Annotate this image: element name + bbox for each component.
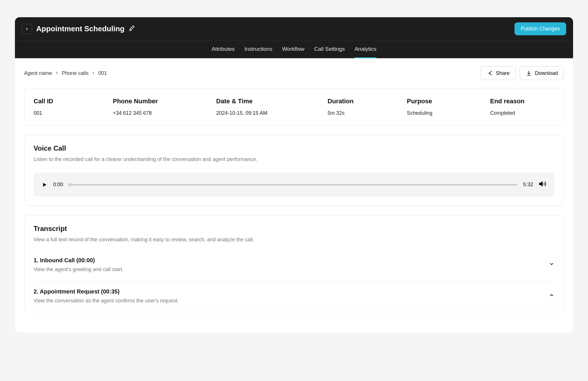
purpose-label: Purpose (407, 98, 483, 105)
play-icon (42, 182, 47, 188)
seek-track[interactable] (69, 184, 517, 186)
volume-icon (539, 180, 546, 188)
voice-call-card: Voice Call Listen to the recorded call f… (24, 135, 564, 206)
phone-label: Phone Number (113, 98, 209, 105)
transcript-card: Transcript View a full text record of th… (24, 215, 564, 312)
actions: Share Download (481, 66, 564, 80)
breadcrumb-level2[interactable]: Phone calls (62, 70, 88, 76)
tab-instructions[interactable]: Instructions (244, 41, 272, 58)
edit-icon[interactable] (129, 25, 135, 33)
total-time: 5:32 (523, 182, 533, 188)
app-shell: Appointment Scheduling Publish Changes A… (15, 17, 573, 333)
transcript-item-body: 1. Inbound Call (00:00) View the agent's… (34, 257, 123, 273)
breadcrumb: Agent name Phone calls 001 (24, 70, 107, 76)
transcript-title: Transcript (34, 225, 554, 233)
transcript-desc: View a full text record of the conversat… (34, 237, 554, 243)
purpose-col: Purpose Scheduling (407, 98, 483, 116)
play-button[interactable] (42, 182, 47, 188)
tab-workflow[interactable]: Workflow (282, 41, 304, 58)
download-button[interactable]: Download (520, 66, 564, 80)
page-title: Appointment Scheduling (36, 24, 125, 33)
transcript-item-desc: View the agent's greeting and call start… (34, 267, 123, 273)
share-label: Share (496, 70, 510, 76)
subhead: Agent name Phone calls 001 Share Downloa… (24, 66, 564, 80)
voice-desc: Listen to the recorded call for a cleare… (34, 156, 554, 162)
transcript-item-title: 2. Appointment Request (00:35) (34, 288, 179, 295)
topbar: Appointment Scheduling Publish Changes (15, 17, 573, 40)
end-col: End reason Completed (490, 98, 554, 116)
volume-button[interactable] (539, 180, 546, 189)
expand-toggle[interactable] (549, 261, 554, 268)
transcript-item-title: 1. Inbound Call (00:00) (34, 257, 123, 264)
back-button[interactable] (22, 24, 32, 34)
phone-col: Phone Number +34 612 345 678 (113, 98, 209, 116)
download-label: Download (535, 70, 558, 76)
transcript-item[interactable]: 2. Appointment Request (00:35) View the … (34, 281, 554, 312)
share-button[interactable]: Share (481, 66, 516, 80)
tab-attributes[interactable]: Attributes (212, 41, 235, 58)
share-icon (487, 70, 493, 76)
breadcrumb-level1[interactable]: Agent name (24, 70, 52, 76)
chevron-right-icon (55, 70, 59, 76)
transcript-list: 1. Inbound Call (00:00) View the agent's… (34, 250, 554, 312)
chevron-left-icon (25, 27, 29, 31)
purpose-value: Scheduling (407, 110, 483, 116)
duration-label: Duration (328, 98, 400, 105)
audio-player: 0:00 5:32 (34, 173, 554, 197)
publish-button[interactable]: Publish Changes (514, 22, 566, 35)
end-value: Completed (490, 110, 554, 116)
datetime-label: Date & Time (216, 98, 321, 105)
topbar-left: Appointment Scheduling (22, 24, 135, 34)
current-time: 0:00 (53, 182, 63, 188)
call-id-col: Call ID 001 (34, 98, 106, 116)
breadcrumb-level3: 001 (98, 70, 107, 76)
end-label: End reason (490, 98, 554, 105)
tab-analytics[interactable]: Analytics (355, 41, 376, 58)
svg-marker-1 (539, 182, 542, 186)
call-id-label: Call ID (34, 98, 106, 105)
voice-title: Voice Call (34, 144, 554, 152)
download-icon (526, 70, 532, 76)
collapse-toggle[interactable] (549, 292, 554, 300)
svg-marker-0 (43, 183, 47, 186)
datetime-value: 2024-10-15, 09:15 AM (216, 110, 321, 116)
call-info-grid: Call ID 001 Phone Number +34 612 345 678… (34, 98, 554, 116)
transcript-item-desc: View the conversation as the agent confi… (34, 298, 179, 304)
duration-value: 5m 32s (328, 110, 400, 116)
chevron-up-icon (549, 292, 554, 298)
call-info-card: Call ID 001 Phone Number +34 612 345 678… (24, 88, 564, 126)
chevron-right-icon (91, 70, 95, 76)
chevron-down-icon (549, 261, 554, 267)
datetime-col: Date & Time 2024-10-15, 09:15 AM (216, 98, 321, 116)
transcript-item-body: 2. Appointment Request (00:35) View the … (34, 288, 179, 304)
tabs: Attributes Instructions Workflow Call Se… (15, 40, 573, 58)
tab-call-settings[interactable]: Call Settings (314, 41, 345, 58)
call-id-value: 001 (34, 110, 106, 116)
transcript-item[interactable]: 1. Inbound Call (00:00) View the agent's… (34, 250, 554, 281)
duration-col: Duration 5m 32s (328, 98, 400, 116)
phone-value: +34 612 345 678 (113, 110, 209, 116)
content: Agent name Phone calls 001 Share Downloa… (15, 58, 573, 333)
